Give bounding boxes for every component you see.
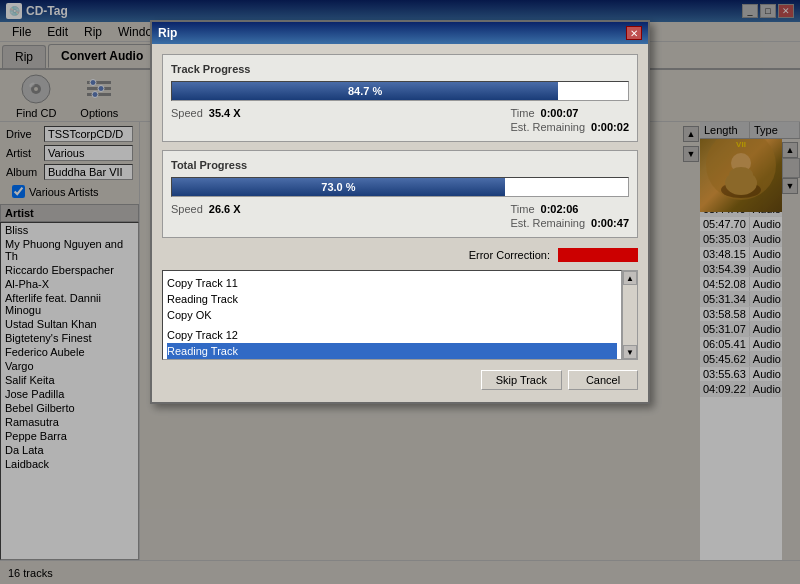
total-progress-stats: Speed 26.6 X Time 0:02:06 Est. Remaining… xyxy=(171,203,629,229)
total-progress-bar: 73.0 % xyxy=(171,177,629,197)
log-scroll-down[interactable]: ▼ xyxy=(623,345,637,359)
modal-overlay: Rip ✕ Track Progress 84.7 % Speed 35.4 X xyxy=(0,0,800,584)
track-time-group: Time 0:00:07 Est. Remaining 0:00:02 xyxy=(510,107,629,133)
total-speed-row: Speed 26.6 X xyxy=(171,203,241,215)
log-scroll-area: Copy Track 11 Reading Track Copy OKCopy … xyxy=(162,270,638,360)
skip-track-button[interactable]: Skip Track xyxy=(481,370,562,390)
total-time-label: Time xyxy=(510,203,534,215)
track-progress-stats: Speed 35.4 X Time 0:00:07 Est. Remaining… xyxy=(171,107,629,133)
dialog-title-bar: Rip ✕ xyxy=(152,22,648,44)
total-time-row: Time 0:02:06 xyxy=(510,203,629,215)
track-speed-group: Speed 35.4 X xyxy=(171,107,241,133)
total-progress-section: Total Progress 73.0 % Speed 26.6 X xyxy=(162,150,638,238)
log-line: Copy Track 11 xyxy=(167,275,617,291)
dialog-title: Rip xyxy=(158,26,626,40)
total-est-label: Est. Remaining xyxy=(510,217,585,229)
track-speed-value: 35.4 X xyxy=(209,107,241,119)
log-line: Copy OK xyxy=(167,307,617,323)
log-scrollbar: ▲ ▼ xyxy=(622,270,638,360)
error-correction-row: Error Correction: xyxy=(162,246,638,264)
log-line: Copy Track 12 xyxy=(167,327,617,343)
track-speed-row: Speed 35.4 X xyxy=(171,107,241,119)
track-progress-section: Track Progress 84.7 % Speed 35.4 X xyxy=(162,54,638,142)
track-progress-title: Track Progress xyxy=(171,63,629,75)
error-indicator xyxy=(558,248,638,262)
total-progress-fill: 73.0 % xyxy=(172,178,505,196)
log-scroll-up[interactable]: ▲ xyxy=(623,271,637,285)
dialog-buttons: Skip Track Cancel xyxy=(162,366,638,392)
dialog-body: Track Progress 84.7 % Speed 35.4 X xyxy=(152,44,648,402)
track-est-value: 0:00:02 xyxy=(591,121,629,133)
log-line: Reading Track xyxy=(167,291,617,307)
rip-dialog: Rip ✕ Track Progress 84.7 % Speed 35.4 X xyxy=(150,20,650,404)
track-progress-bar: 84.7 % xyxy=(171,81,629,101)
total-time-value: 0:02:06 xyxy=(541,203,579,215)
track-speed-label: Speed xyxy=(171,107,203,119)
cancel-button[interactable]: Cancel xyxy=(568,370,638,390)
track-progress-fill: 84.7 % xyxy=(172,82,558,100)
log-area: Copy Track 11 Reading Track Copy OKCopy … xyxy=(162,270,622,360)
total-speed-value: 26.6 X xyxy=(209,203,241,215)
track-progress-percent: 84.7 % xyxy=(348,85,382,97)
track-time-row: Time 0:00:07 xyxy=(510,107,629,119)
total-est-value: 0:00:47 xyxy=(591,217,629,229)
dialog-close-button[interactable]: ✕ xyxy=(626,26,642,40)
track-time-label: Time xyxy=(510,107,534,119)
total-progress-title: Total Progress xyxy=(171,159,629,171)
total-progress-percent: 73.0 % xyxy=(321,181,355,193)
track-est-label: Est. Remaining xyxy=(510,121,585,133)
total-speed-label: Speed xyxy=(171,203,203,215)
total-est-row: Est. Remaining 0:00:47 xyxy=(510,217,629,229)
error-correction-label: Error Correction: xyxy=(469,249,550,261)
total-speed-group: Speed 26.6 X xyxy=(171,203,241,229)
total-time-group: Time 0:02:06 Est. Remaining 0:00:47 xyxy=(510,203,629,229)
track-time-value: 0:00:07 xyxy=(541,107,579,119)
log-line: Reading Track xyxy=(167,343,617,359)
track-est-row: Est. Remaining 0:00:02 xyxy=(510,121,629,133)
